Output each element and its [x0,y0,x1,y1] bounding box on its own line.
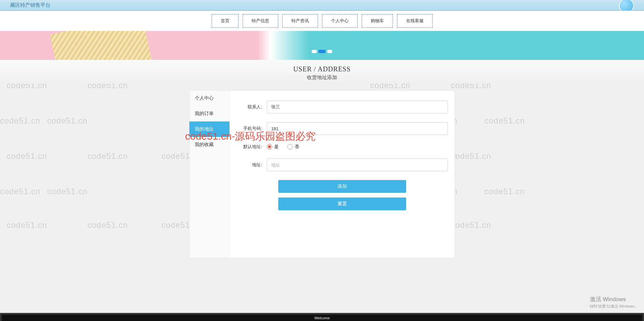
carousel-dot[interactable] [327,50,332,53]
submit-button[interactable]: 添加 [278,180,406,193]
heading-chinese: 收货地址添加 [0,74,644,81]
radio-yes[interactable]: 是 [267,144,279,150]
nav-cart[interactable]: 购物车 [362,14,393,28]
banner [0,31,644,60]
radio-no[interactable]: 否 [287,144,299,150]
banner-image [50,31,152,60]
address-input[interactable] [267,158,448,171]
carousel-dots [312,50,332,53]
nav-home[interactable]: 首页 [212,14,239,28]
nav-products[interactable]: 特产信息 [243,14,278,28]
bottom-bar: Welcome [0,313,644,321]
top-bar: 藏区特产销售平台 [0,0,644,11]
radio-icon-unchecked [287,144,293,149]
carousel-dot[interactable] [312,50,317,53]
carousel-dot-active[interactable] [318,50,326,53]
contact-label: 联系人: [237,104,267,110]
contact-input[interactable] [267,101,448,113]
bottom-text: Welcome [314,316,330,320]
radio-icon-checked [267,144,272,149]
site-title: 藏区特产销售平台 [10,2,50,8]
nav-service[interactable]: 在线客服 [397,14,433,28]
default-address-label: 默认地址: [237,144,267,150]
activation-subtitle: 转到"设置"以激活 Windows。 [590,304,638,309]
main-panel: 个人中心 我的订单 我的地址 我的收藏 联系人: 手机号码: 默认地址: 是 否 [189,90,455,258]
address-label: 地址: [237,162,267,168]
phone-input[interactable] [267,122,448,135]
sidebar-item-user-center[interactable]: 个人中心 [189,91,229,106]
address-form: 联系人: 手机号码: 默认地址: 是 否 地址: [230,91,455,258]
default-address-radio-group: 是 否 [267,144,299,150]
sidebar-item-favorites[interactable]: 我的收藏 [189,137,229,152]
sidebar-item-address[interactable]: 我的地址 [189,121,229,137]
windows-activation-notice: 激活 Windows 转到"设置"以激活 Windows。 [590,295,638,309]
sidebar: 个人中心 我的订单 我的地址 我的收藏 [189,91,230,258]
nav-user-center[interactable]: 个人中心 [322,14,358,28]
radio-yes-label: 是 [274,144,279,150]
page-heading: USER / ADDRESS 收货地址添加 [0,60,644,83]
radio-no-label: 否 [295,144,299,150]
heading-english: USER / ADDRESS [0,65,644,73]
phone-label: 手机号码: [237,126,267,132]
reset-button[interactable]: 重置 [278,198,406,210]
nav-news[interactable]: 特产资讯 [282,14,318,28]
activation-title: 激活 Windows [590,295,638,303]
sidebar-item-orders[interactable]: 我的订单 [189,106,229,121]
main-nav: 首页 特产信息 特产资讯 个人中心 购物车 在线客服 [0,11,644,31]
